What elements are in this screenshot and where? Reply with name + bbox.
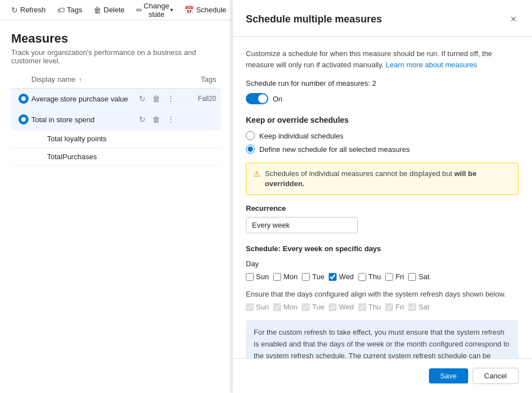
check-mark	[21, 96, 26, 101]
sys-day-sun: Sun	[246, 303, 269, 311]
sys-label-fri: Fri	[395, 303, 404, 311]
row-tag-1: Fall20	[177, 95, 216, 103]
row-more-button-1[interactable]: ⋮	[165, 93, 177, 104]
toggle-row: On	[246, 93, 519, 104]
delete-icon: 🗑	[94, 6, 101, 15]
save-button[interactable]: Save	[429, 368, 468, 383]
dialog-footer: Save Cancel	[232, 358, 532, 393]
sys-label-thu: Thu	[368, 303, 381, 311]
day-option-thu: Thu	[358, 272, 381, 281]
day-label-mon[interactable]: Mon	[283, 272, 297, 281]
sys-checkbox-sun	[246, 303, 254, 311]
dialog-header: Schedule multiple measures ×	[232, 0, 532, 37]
days-row: Sun Mon Tue Wed Thu	[246, 272, 519, 281]
day-checkbox-thu[interactable]	[358, 273, 366, 281]
day-checkbox-wed[interactable]	[329, 273, 337, 281]
toggle-label: On	[273, 95, 282, 103]
tags-icon: 🏷	[57, 6, 65, 15]
day-label-thu[interactable]: Thu	[368, 272, 381, 281]
day-label-sun[interactable]: Sun	[256, 272, 269, 281]
sys-label-sun: Sun	[256, 303, 269, 311]
warning-text: Schedules of individual measures cannot …	[265, 169, 511, 189]
sys-label-tue: Tue	[312, 303, 324, 311]
row-delete-button-1[interactable]: 🗑	[150, 93, 162, 104]
ensure-text: Ensure that the days configured align wi…	[246, 290, 519, 298]
table-row[interactable]: Average store purchase value ↻ 🗑 ⋮ Fall2…	[11, 89, 221, 109]
learn-more-link[interactable]: Learn more about measures	[386, 61, 477, 69]
row-delete-button-2[interactable]: 🗑	[150, 114, 162, 125]
pencil-icon: ✏	[136, 6, 143, 15]
sort-icon: ↑	[78, 76, 82, 83]
sys-label-sat: Sat	[418, 303, 430, 311]
schedule-count: Schedule run for number of measures: 2	[246, 79, 519, 87]
row-name-2: Total in store spend	[31, 115, 137, 124]
day-option-mon: Mon	[273, 272, 297, 281]
radio-define-option[interactable]: Define new schedule for all selected mea…	[246, 145, 519, 154]
row-name-3: Total loyalty points	[31, 135, 216, 143]
check-mark	[21, 117, 26, 122]
day-checkbox-mon[interactable]	[273, 273, 281, 281]
row-refresh-button-2[interactable]: ↻	[137, 114, 148, 125]
check-circle-icon	[18, 114, 29, 124]
warning-box: ⚠ Schedules of individual measures canno…	[246, 163, 519, 195]
row-actions-1: ↻ 🗑 ⋮	[137, 93, 177, 104]
day-label-tue[interactable]: Tue	[312, 272, 324, 281]
row-more-button-2[interactable]: ⋮	[165, 114, 177, 125]
keep-override-title: Keep or override schedules	[246, 115, 519, 124]
day-checkbox-sun[interactable]	[246, 273, 254, 281]
day-option-wed: Wed	[329, 272, 354, 281]
recurrence-select[interactable]: Every week Every day Every month	[246, 217, 358, 233]
days-section: Day Sun Mon Tue Wed	[246, 260, 519, 281]
day-label-wed[interactable]: Wed	[339, 272, 354, 281]
day-checkbox-fri[interactable]	[385, 273, 393, 281]
change-state-button[interactable]: ✏ Change state ▾	[132, 0, 178, 21]
table-header: Display name ↑ Tags	[11, 71, 221, 89]
day-option-fri: Fri	[385, 272, 404, 281]
sys-checkbox-wed	[329, 303, 337, 311]
system-days-row: Sun Mon Tue Wed Thu Fri	[246, 303, 519, 311]
cancel-button[interactable]: Cancel	[473, 368, 519, 384]
schedule-subtitle: Schedule: Every week on specific days	[246, 244, 519, 253]
page-subtitle: Track your organization's performance on…	[11, 48, 221, 65]
row-refresh-button-1[interactable]: ↻	[137, 93, 148, 104]
schedule-dialog: Schedule multiple measures × Customize a…	[232, 0, 532, 393]
schedule-toggle[interactable]	[246, 93, 268, 104]
col-tags: Tags	[177, 75, 216, 84]
info-box: For the custom refresh to take effect, y…	[246, 320, 519, 358]
measures-table: Display name ↑ Tags Average store purcha…	[0, 71, 232, 166]
table-row[interactable]: Total loyalty points	[11, 130, 221, 148]
day-checkbox-sat[interactable]	[408, 273, 416, 281]
day-option-sat: Sat	[408, 272, 430, 281]
radio-keep[interactable]	[246, 131, 255, 140]
sys-checkbox-mon	[273, 303, 281, 311]
table-row[interactable]: Total in store spend ↻ 🗑 ⋮	[11, 109, 221, 130]
tags-button[interactable]: 🏷 Tags	[53, 3, 87, 17]
sys-day-thu: Thu	[358, 303, 381, 311]
sys-checkbox-sat	[408, 303, 416, 311]
sys-day-wed: Wed	[329, 303, 354, 311]
sys-label-wed: Wed	[339, 303, 354, 311]
info-text: For the custom refresh to take effect, y…	[254, 327, 511, 358]
delete-button[interactable]: 🗑 Delete	[89, 3, 129, 17]
radio-keep-option[interactable]: Keep individual schedules	[246, 131, 519, 140]
refresh-button[interactable]: ↻ Refresh	[7, 3, 50, 17]
day-label-fri[interactable]: Fri	[395, 272, 404, 281]
day-option-sun: Sun	[246, 272, 269, 281]
table-row[interactable]: TotalPurchases	[11, 148, 221, 166]
sys-day-sat: Sat	[408, 303, 430, 311]
schedule-icon: 📅	[184, 6, 194, 15]
day-checkbox-tue[interactable]	[302, 273, 310, 281]
sys-day-fri: Fri	[385, 303, 404, 311]
row-check-1[interactable]	[16, 94, 31, 104]
radio-define[interactable]	[246, 145, 255, 154]
warning-icon: ⚠	[253, 169, 260, 178]
sys-label-mon: Mon	[283, 303, 297, 311]
dialog-body: Customize a schedule for when this measu…	[232, 37, 532, 358]
row-check-2[interactable]	[16, 114, 31, 124]
schedule-button[interactable]: 📅 Schedule	[180, 3, 231, 17]
recurrence-select-wrapper: Every week Every day Every month	[246, 217, 519, 233]
col-display-name: Display name ↑	[31, 75, 177, 84]
close-button[interactable]: ×	[508, 11, 519, 27]
day-label-sat[interactable]: Sat	[418, 272, 430, 281]
recurrence-label: Recurrence	[246, 204, 519, 212]
